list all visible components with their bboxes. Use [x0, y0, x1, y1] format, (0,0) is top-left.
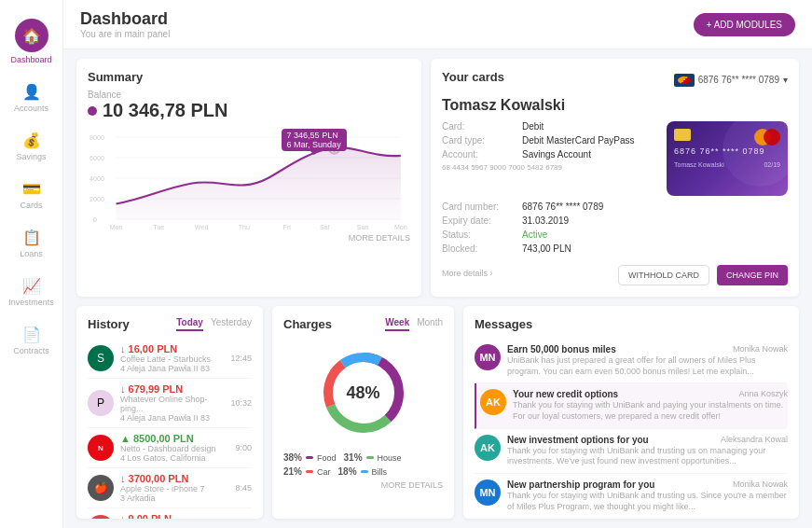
message-preview: UniBank has just prepared a great offer … — [507, 355, 788, 377]
charges-tabs: Week Month — [385, 317, 443, 331]
message-content: Earn 50,000 bonus miles Monika Nowak Uni… — [507, 344, 788, 377]
legend-value: 21% — [283, 466, 302, 477]
history-info: ▲ 8500,00 PLN Netto - Dashboard design 4… — [120, 433, 228, 463]
chart-tooltip: 7 346,55 PLN 6 Mar, Sunday — [282, 129, 347, 151]
legend-item: 38% Food — [283, 452, 337, 463]
sidebar-item-label: Investments — [8, 298, 54, 307]
tab-month[interactable]: Month — [417, 317, 443, 331]
sidebar-item-label: Dashboard — [10, 55, 51, 64]
history-panel: History Today Yesterday S ↓ 16,00 PLN Co… — [76, 306, 263, 519]
savings-icon: 💰 — [22, 132, 41, 149]
messages-panel: Messages MN Earn 50,000 bonus miles Moni… — [463, 306, 799, 519]
message-title: Your new credit options — [513, 389, 618, 399]
message-header: Earn 50,000 bonus miles Monika Nowak — [507, 344, 788, 354]
legend-dot — [306, 470, 313, 473]
message-header: Your new credit options Anna Koszyk — [513, 389, 788, 399]
message-content: New partnership program for you Monika N… — [507, 479, 788, 512]
card-blocked-item: Blocked: 743,00 PLN — [442, 243, 788, 254]
message-title: Earn 50,000 bonus miles — [507, 344, 616, 354]
card-info-account: Account: Savings Account — [442, 149, 655, 160]
history-item[interactable]: P ↓ 679,99 PLN Whatever Online Shop-ping… — [88, 379, 252, 428]
chart-area: 7 346,55 PLN 6 Mar, Sunday — [88, 127, 410, 229]
legend-value: 38% — [283, 452, 302, 463]
tab-yesterday[interactable]: Yesterday — [211, 317, 252, 331]
legend-label: Car — [317, 467, 331, 477]
history-tabs: Today Yesterday — [176, 317, 252, 331]
message-item[interactable]: MN New partnership program for you Monik… — [475, 474, 788, 519]
tab-today[interactable]: Today — [176, 317, 203, 331]
message-item[interactable]: AK New investment options for you Aleksa… — [475, 429, 788, 474]
message-avatar: AK — [480, 389, 506, 415]
message-preview: Thank you for staying with UniBank and t… — [507, 491, 788, 512]
card-selector[interactable]: 6876 76** **** 0789 ▾ — [674, 74, 788, 87]
add-modules-button[interactable]: + ADD MODULES — [694, 13, 795, 36]
message-preview: Thank you for staying with UniBank and t… — [507, 446, 788, 467]
sidebar-item-cards[interactable]: 💳 Cards — [0, 171, 62, 219]
mastercard-circle-right — [764, 129, 780, 146]
card-extra-info: Card number: 6876 76** **** 0789 Expiry … — [442, 201, 788, 254]
tab-week[interactable]: Week — [385, 317, 409, 331]
legend-value: 18% — [338, 466, 357, 477]
history-item[interactable]: F ↓ 9,00 PLN Fabryka Formy - dukę 4 Rond… — [88, 508, 252, 519]
sidebar-item-loans[interactable]: 📋 Loans — [0, 219, 62, 268]
message-sender: Monika Nowak — [733, 479, 788, 489]
body: Summary Balance 10 346,78 PLN 7 346,55 P… — [63, 49, 812, 528]
donut-wrapper: 48% — [317, 346, 410, 439]
history-amount: ↓ 3700,00 PLN — [120, 473, 228, 484]
legend-label: House — [378, 453, 402, 463]
cards-panel: Your cards 6876 76** **** 0789 ▾ Tomasz … — [431, 59, 799, 297]
history-icon: N — [88, 435, 114, 461]
cards-title: Your cards — [442, 70, 504, 84]
sidebar-item-investments[interactable]: 📈 Investments — [0, 268, 62, 316]
message-preview: Thank you for staying with UniBank and p… — [513, 400, 788, 422]
history-place: 3 Arkadia — [120, 493, 228, 503]
history-icon: P — [88, 390, 114, 416]
legend-dot — [361, 470, 368, 473]
message-item[interactable]: MN Earn 50,000 bonus miles Monika Nowak … — [475, 339, 788, 383]
history-title: History — [88, 317, 130, 331]
card-actions: WITHHOLD CARD CHANGE PIN — [618, 265, 788, 285]
sidebar-item-contracts[interactable]: 📄 Contracts — [0, 316, 62, 365]
history-info: ↓ 679,99 PLN Whatever Online Shop-ping..… — [120, 383, 224, 423]
history-item[interactable]: N ▲ 8500,00 PLN Netto - Dashboard design… — [88, 428, 252, 468]
sidebar-item-savings[interactable]: 💰 Savings — [0, 122, 62, 171]
charges-more-details[interactable]: MORE DETAILS — [283, 480, 443, 490]
svg-text:Mon: Mon — [110, 223, 123, 229]
history-time: 9:00 — [235, 443, 252, 452]
svg-text:Sun: Sun — [357, 223, 369, 229]
withhold-card-button[interactable]: WITHHOLD CARD — [618, 265, 709, 285]
summary-more-details[interactable]: MORE DETAILS — [88, 233, 410, 243]
balance-dot — [88, 106, 97, 116]
main-content: Dashboard You are in main panel + ADD MO… — [63, 0, 812, 528]
history-name: Apple Store - iPhone 7 — [120, 484, 228, 493]
history-item[interactable]: S ↓ 16,00 PLN Coffee Latte - Starbucks 4… — [88, 339, 252, 379]
message-sender: Monika Nowak — [733, 344, 788, 354]
accounts-icon: 👤 — [22, 83, 41, 101]
summary-panel: Summary Balance 10 346,78 PLN 7 346,55 P… — [76, 59, 421, 297]
card-number-item: Card number: 6876 76** **** 0789 — [442, 201, 788, 212]
card-more-details-link[interactable]: More details › — [442, 269, 493, 278]
history-place: 4 Aleja Jana Pawła II 83 — [120, 413, 224, 423]
donut-container: 48% — [283, 339, 443, 447]
card-info-card: Card: Debit — [442, 121, 655, 132]
legend-item: 18% Bills — [338, 466, 388, 477]
message-item[interactable]: AK Your new credit options Anna Koszyk T… — [475, 383, 788, 428]
sidebar-item-accounts[interactable]: 👤 Accounts — [0, 74, 62, 122]
svg-text:0: 0 — [93, 215, 97, 224]
history-name: Whatever Online Shop-ping... — [120, 395, 224, 413]
history-time: 12:45 — [230, 354, 252, 363]
sidebar-item-label: Savings — [16, 152, 46, 161]
svg-text:Thu: Thu — [239, 223, 250, 229]
message-header: New partnership program for you Monika N… — [507, 479, 788, 490]
legend-item: 21% Car — [283, 466, 331, 477]
sidebar-item-dashboard[interactable]: 🏠 Dashboard — [0, 9, 62, 74]
history-info: ↓ 16,00 PLN Coffee Latte - Starbucks 4 A… — [120, 343, 224, 373]
status-badge: Active — [522, 229, 547, 240]
history-icon: F — [88, 515, 114, 519]
history-item[interactable]: 🍎 ↓ 3700,00 PLN Apple Store - iPhone 7 3… — [88, 468, 252, 508]
summary-title: Summary — [88, 70, 410, 84]
header: Dashboard You are in main panel + ADD MO… — [63, 0, 812, 49]
charges-title: Charges — [283, 317, 332, 331]
change-pin-button[interactable]: CHANGE PIN — [717, 265, 788, 285]
cards-header: Your cards 6876 76** **** 0789 ▾ — [442, 70, 788, 90]
